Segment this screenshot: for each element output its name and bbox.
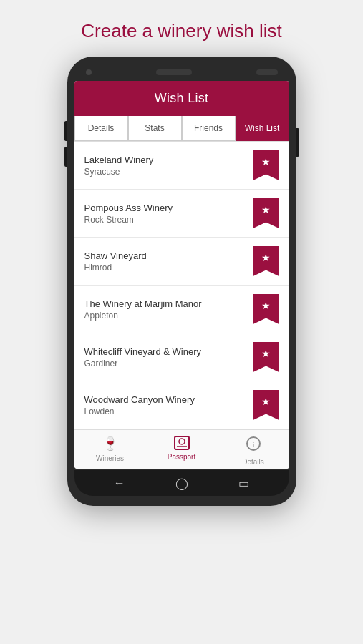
star-icon: ★: [261, 156, 271, 167]
winery-info: The Winery at Marjim Manor Appleton: [84, 298, 253, 321]
svg-text:i: i: [252, 440, 254, 449]
bottom-nav: 🍷 Wineries Passport i: [74, 429, 289, 469]
winery-list: Lakeland Winery Syracuse ★ Pompous Ass W…: [74, 142, 289, 429]
winery-item: The Winery at Marjim Manor Appleton ★: [74, 286, 289, 333]
bookmark-button[interactable]: ★: [253, 150, 279, 180]
info-icon: i: [246, 436, 261, 455]
winery-info: Shaw Vineyard Himrod: [84, 250, 253, 273]
nav-item-wineries[interactable]: 🍷 Wineries: [74, 436, 146, 466]
volume-down-button: [64, 147, 67, 167]
tab-details[interactable]: Details: [74, 116, 128, 141]
winery-info: Woodward Canyon Winery Lowden: [84, 394, 253, 416]
winery-item: Whitecliff Vineyard & Winery Gardiner ★: [74, 333, 289, 381]
winery-item: Lakeland Winery Syracuse ★: [74, 142, 289, 190]
tab-bar: Details Stats Friends Wish List: [74, 116, 289, 142]
phone-screen: Wish List Details Stats Friends Wish Lis…: [74, 81, 289, 469]
winery-item: Woodward Canyon Winery Lowden ★: [74, 381, 289, 429]
winery-location: Appleton: [84, 311, 253, 321]
winery-location: Himrod: [84, 263, 253, 273]
bookmark-button[interactable]: ★: [253, 390, 279, 420]
android-nav-bar: ← ◯ ▭: [74, 470, 289, 496]
phone-frame: Wish List Details Stats Friends Wish Lis…: [67, 57, 296, 506]
winery-item: Shaw Vineyard Himrod ★: [74, 238, 289, 286]
bookmark-button[interactable]: ★: [253, 342, 279, 372]
nav-label-passport: Passport: [168, 453, 195, 461]
tab-stats[interactable]: Stats: [128, 116, 182, 141]
app-header: Wish List: [74, 81, 289, 116]
winery-location: Syracuse: [84, 167, 253, 177]
passport-icon: [174, 436, 190, 450]
page-header: Create a winery wish list: [0, 0, 363, 57]
tab-friends[interactable]: Friends: [182, 116, 236, 141]
winery-item: Pompous Ass Winery Rock Stream ★: [74, 190, 289, 238]
wine-glass-icon: 🍷: [102, 436, 118, 452]
recents-button[interactable]: ▭: [238, 477, 249, 490]
winery-info: Whitecliff Vineyard & Winery Gardiner: [84, 346, 253, 369]
winery-location: Lowden: [84, 406, 253, 416]
nav-item-passport[interactable]: Passport: [146, 436, 218, 466]
svg-point-1: [179, 439, 185, 444]
home-button[interactable]: ◯: [175, 477, 188, 490]
winery-name: Woodward Canyon Winery: [84, 394, 253, 405]
winery-location: Rock Stream: [84, 215, 253, 225]
passport-icon-container: [174, 436, 190, 450]
winery-name: Lakeland Winery: [84, 155, 253, 165]
phone-speaker: [156, 69, 192, 75]
phone-sensor: [256, 69, 278, 75]
page-title: Create a winery wish list: [14, 20, 349, 42]
star-icon: ★: [261, 252, 271, 263]
bookmark-button[interactable]: ★: [253, 246, 279, 276]
winery-location: Gardiner: [84, 358, 253, 369]
bookmark-button[interactable]: ★: [253, 198, 279, 228]
winery-info: Lakeland Winery Syracuse: [84, 155, 253, 177]
star-icon: ★: [261, 396, 271, 407]
nav-label-wineries: Wineries: [96, 454, 124, 462]
winery-name: Shaw Vineyard: [84, 250, 253, 261]
tab-wishlist[interactable]: Wish List: [236, 116, 289, 141]
power-button: [296, 128, 299, 157]
winery-info: Pompous Ass Winery Rock Stream: [84, 203, 253, 225]
volume-up-button: [64, 121, 67, 141]
star-icon: ★: [261, 300, 271, 311]
back-button[interactable]: ←: [114, 477, 125, 489]
app-header-title: Wish List: [155, 91, 209, 105]
nav-label-details: Details: [242, 458, 264, 466]
winery-name: Pompous Ass Winery: [84, 203, 253, 213]
star-icon: ★: [261, 348, 271, 359]
star-icon: ★: [261, 204, 271, 215]
nav-item-details[interactable]: i Details: [218, 436, 289, 466]
winery-name: The Winery at Marjim Manor: [84, 298, 253, 309]
winery-name: Whitecliff Vineyard & Winery: [84, 346, 253, 357]
phone-top-bar: [74, 67, 289, 81]
bookmark-button[interactable]: ★: [253, 294, 279, 324]
front-camera: [86, 69, 92, 75]
info-circle-icon: i: [246, 436, 261, 452]
